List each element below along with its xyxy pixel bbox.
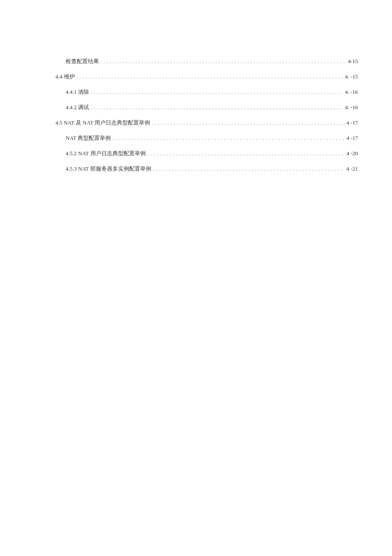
toc-entry[interactable]: 4.5.2 NAT 用户日志典型配置举例 4 -20 — [55, 150, 358, 157]
toc-leader-dots — [101, 58, 346, 65]
toc-entry[interactable]: 检查配置结果 4-15 — [55, 58, 358, 65]
toc-entry[interactable]: 4.5.3 NAT 部服务器多实例配置举例 4 -21 — [55, 165, 358, 173]
toc-leader-dots — [91, 89, 343, 96]
toc-entry[interactable]: 4.5 NAT 及 NAT 用户日志典型配置举例 4 -17 — [55, 119, 358, 127]
toc-leader-dots — [152, 119, 345, 126]
toc-title: 4.4.1 清除 — [66, 88, 89, 96]
toc-page-number: 4 -20 — [346, 150, 358, 157]
toc-page-number: 4. -15 — [345, 73, 358, 80]
table-of-contents: 检查配置结果 4-15 4.4 维护 4. -15 4.4.1 清除 4. -1… — [55, 58, 358, 173]
toc-page-number: 4 -17 — [346, 119, 358, 126]
toc-title: 检查配置结果 — [66, 58, 99, 65]
toc-entry[interactable]: NAT 典型配置举例 4 -17 — [55, 134, 358, 142]
toc-leader-dots — [91, 104, 343, 111]
toc-page-number: 4. -16 — [345, 89, 358, 96]
toc-entry[interactable]: 4.4 维护 4. -15 — [55, 73, 358, 81]
toc-leader-dots — [153, 165, 345, 172]
toc-title: 4.4 维护 — [55, 73, 75, 81]
toc-title: 4.4.2 调试 — [66, 104, 89, 111]
toc-page-number: 4 -17 — [346, 135, 358, 142]
toc-title: NAT 典型配置举例 — [66, 134, 111, 142]
toc-page-number: 4 -21 — [346, 165, 358, 172]
toc-entry[interactable]: 4.4.1 清除 4. -16 — [55, 88, 358, 96]
toc-leader-dots — [112, 135, 345, 142]
toc-title: 4.5.3 NAT 部服务器多实例配置举例 — [66, 165, 151, 173]
toc-leader-dots — [147, 150, 345, 157]
toc-page-number: 4. -16 — [345, 104, 358, 111]
toc-title: 4.5.2 NAT 用户日志典型配置举例 — [66, 150, 146, 157]
toc-leader-dots — [77, 73, 343, 80]
toc-page-number: 4-15 — [348, 58, 358, 65]
toc-entry[interactable]: 4.4.2 调试 4. -16 — [55, 104, 358, 111]
toc-title: 4.5 NAT 及 NAT 用户日志典型配置举例 — [55, 119, 150, 127]
